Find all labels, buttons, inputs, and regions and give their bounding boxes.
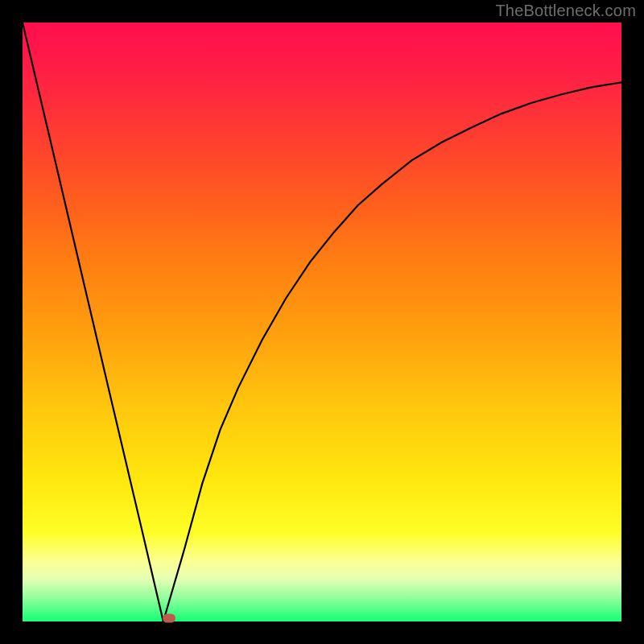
curve-svg xyxy=(23,23,621,621)
plot-area xyxy=(23,23,621,621)
attribution-label: TheBottleneck.com xyxy=(495,2,636,20)
bottleneck-curve xyxy=(23,23,621,621)
chart-frame: TheBottleneck.com xyxy=(0,0,644,644)
minimum-marker xyxy=(163,614,175,623)
